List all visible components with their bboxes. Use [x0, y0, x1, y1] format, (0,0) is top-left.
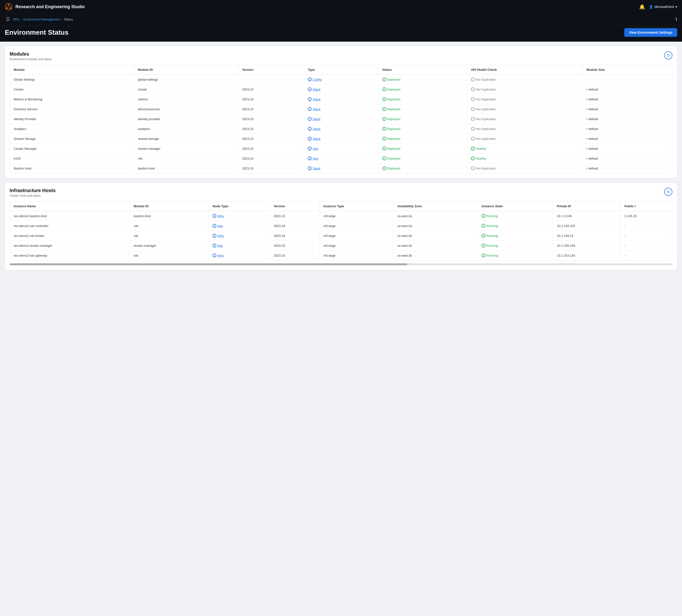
- cell-version: 2023.10: [238, 94, 304, 104]
- page-title: Environment Status: [5, 29, 68, 36]
- col-az: Availability Zone: [393, 201, 478, 211]
- cell-module-id: vdc: [130, 231, 209, 241]
- cell-type[interactable]: i Stack: [304, 124, 378, 134]
- modules-table-body: Global Settingsglobal-settings- i Config…: [10, 74, 672, 173]
- type-link[interactable]: i Stack: [308, 87, 374, 91]
- col-version: Version: [238, 65, 304, 74]
- cell-type[interactable]: i Stack: [304, 94, 378, 104]
- cell-module-sets: •default: [583, 104, 672, 114]
- type-label: Stack: [313, 137, 321, 140]
- type-link[interactable]: i Stack: [308, 166, 374, 170]
- type-label: Stack: [313, 117, 321, 121]
- modules-refresh-button[interactable]: ↻: [664, 51, 673, 60]
- status-badge: ✓ Deployed: [382, 156, 463, 160]
- cell-node-type[interactable]: i Infra: [209, 211, 270, 221]
- cell-type[interactable]: i Stack: [304, 85, 378, 94]
- node-type-label: Infra: [217, 254, 224, 257]
- cell-version: 2023.10: [270, 231, 320, 241]
- type-label: Config: [313, 78, 322, 81]
- cell-node-type[interactable]: i Infra: [209, 250, 270, 261]
- col-instance-name: Instance Name: [10, 201, 130, 211]
- cell-node-type[interactable]: i Infra: [209, 231, 270, 241]
- type-label: Stack: [313, 167, 321, 170]
- node-type-icon: i: [212, 244, 217, 247]
- cell-node-type[interactable]: i App: [209, 221, 270, 231]
- type-label: App: [313, 147, 318, 151]
- node-type-link[interactable]: i Infra: [212, 234, 266, 238]
- nav-left: Research and Engineering Studio: [5, 3, 85, 10]
- type-link[interactable]: i App: [308, 147, 374, 151]
- state-check-icon: ✓: [481, 234, 485, 238]
- col-module-id: Module ID: [134, 65, 238, 74]
- status-label: Deployed: [387, 117, 401, 121]
- breadcrumb-home[interactable]: RES: [13, 18, 20, 21]
- type-link[interactable]: i Stack: [308, 117, 374, 121]
- info-button[interactable]: ℹ: [676, 17, 677, 22]
- node-type-link[interactable]: i App: [212, 244, 266, 247]
- cell-type[interactable]: i Config: [304, 74, 378, 85]
- type-link[interactable]: i Stack: [308, 127, 374, 131]
- notification-icon[interactable]: 🔔: [639, 4, 645, 9]
- cell-type[interactable]: i App: [304, 144, 378, 154]
- cell-status: ✓ Deployed: [378, 104, 467, 114]
- type-link[interactable]: i Config: [308, 78, 374, 81]
- scrollbar-area[interactable]: [9, 261, 673, 265]
- type-icon: i: [308, 97, 312, 101]
- type-link[interactable]: i Stack: [308, 137, 374, 140]
- cell-type[interactable]: i Stack: [304, 114, 378, 124]
- cell-status: ✓ Deployed: [378, 144, 467, 154]
- node-type-icon: i: [212, 234, 217, 238]
- modules-card-title: Modules: [9, 51, 52, 57]
- type-link[interactable]: i App: [308, 156, 374, 160]
- cell-status: ✓ Deployed: [378, 124, 467, 134]
- cell-type[interactable]: i App: [304, 154, 378, 163]
- type-link[interactable]: i Stack: [308, 97, 374, 101]
- cell-module-sets: •default: [583, 163, 672, 173]
- node-type-link[interactable]: i App: [212, 224, 266, 228]
- check-icon: ✓: [382, 107, 386, 111]
- hamburger-button[interactable]: ☰: [5, 16, 11, 23]
- cell-private-ip: 10.1.129.105: [553, 221, 620, 231]
- api-health-value: — Not Applicable: [471, 78, 578, 81]
- infra-table-body: res-demo2-bastion-hostbastion-host i Inf…: [10, 211, 672, 261]
- state-label: Running: [486, 234, 498, 238]
- cell-version: 2023.10: [270, 241, 320, 250]
- infra-refresh-button[interactable]: ↻: [664, 188, 673, 196]
- table-row: res-demo2-cluster-managercluster-manager…: [10, 241, 672, 250]
- check-icon: ✓: [382, 156, 386, 160]
- cell-az: us-east-2b: [393, 241, 478, 250]
- check-icon: ✓: [382, 78, 386, 81]
- breadcrumb-left: ☰ RES › Environment Management › Status: [5, 16, 73, 23]
- type-link[interactable]: i Stack: [308, 107, 374, 111]
- cell-type[interactable]: i Stack: [304, 163, 378, 173]
- cell-private-ip: 10.1.3.148: [553, 211, 620, 221]
- cell-type[interactable]: i Stack: [304, 104, 378, 114]
- cell-api-health: — Not Applicable: [467, 114, 582, 124]
- api-health-value: — Not Applicable: [471, 87, 578, 91]
- type-icon: i: [308, 117, 312, 121]
- view-settings-button[interactable]: View Environment Settings: [624, 28, 677, 37]
- cell-module-sets: •default: [583, 144, 672, 154]
- breadcrumb-section[interactable]: Environment Management: [23, 18, 60, 21]
- api-health-value: ✓ Healthy: [471, 156, 578, 160]
- cell-type[interactable]: i Stack: [304, 134, 378, 144]
- cell-api-health: ✓ Healthy: [467, 154, 582, 163]
- cell-module-id: cluster-manager: [130, 241, 209, 250]
- state-label: Running: [486, 224, 498, 228]
- node-type-link[interactable]: i Infra: [212, 214, 266, 218]
- api-health-value: — Not Applicable: [471, 127, 578, 131]
- na-icon: —: [471, 117, 475, 121]
- node-type-link[interactable]: i Infra: [212, 254, 266, 257]
- status-label: Deployed: [387, 137, 401, 140]
- node-type-label: App: [217, 244, 223, 247]
- state-check-icon: ✓: [481, 254, 485, 257]
- cell-node-type[interactable]: i App: [209, 241, 270, 250]
- breadcrumb-current: Status: [64, 18, 73, 21]
- cell-module: Bastion Host: [10, 163, 134, 173]
- node-type-icon: i: [212, 214, 217, 218]
- infra-card-header: Infrastructure Hosts Cluster hosts and s…: [9, 188, 673, 197]
- col-instance-state: Instance State: [478, 201, 553, 211]
- cell-version: 2023.10: [238, 163, 304, 173]
- user-menu[interactable]: 👤 demoadmin4 ▾: [649, 5, 677, 9]
- table-row: Shared Storageshared-storage2023.10 i St…: [10, 134, 672, 144]
